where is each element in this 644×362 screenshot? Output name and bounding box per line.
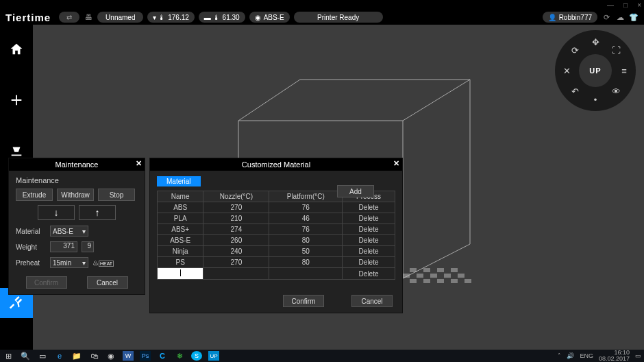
extrude-button[interactable]: Extrude [16,189,53,201]
material-cancel-button[interactable]: Cancel [351,295,393,307]
material-pill[interactable]: ◉ABS-E [249,12,290,23]
weight-unit-input[interactable]: 9 [82,241,94,252]
explorer-icon[interactable]: 📁 [71,351,82,361]
delete-link[interactable]: Delete [343,246,395,257]
svg-rect-11 [423,279,430,283]
tray-up-icon[interactable]: ˄ [558,352,561,359]
chevron-down-icon: ▾ [82,259,86,267]
usb-status[interactable]: ⇄ [59,12,79,23]
material-select[interactable]: ABS-E▾ [50,226,88,237]
print-icon[interactable]: 🖶 [84,12,93,22]
start-icon[interactable]: ⊞ [3,351,14,361]
user-pill[interactable]: 👤Robbin777 [543,12,597,23]
cloud-icon[interactable]: ☁ [615,12,625,22]
table-row[interactable]: ABS+27476Delete [158,224,395,235]
nav-center[interactable]: UP [579,54,612,87]
nav-move-icon[interactable]: ✥ [589,36,602,48]
material-add-area: Add [337,185,374,197]
tree-icon[interactable]: ❄ [174,351,185,361]
heat-icon[interactable]: ♨HEAT [92,259,114,267]
svg-rect-9 [458,274,465,278]
window-minimize[interactable]: — [607,1,614,9]
nav-eye-icon[interactable]: 👁 [610,85,622,97]
svg-rect-1 [410,268,417,272]
chevron-down-icon: ▾ [82,228,86,235]
svg-rect-8 [444,274,451,278]
tray-notif-icon[interactable]: ▭ [635,352,641,359]
add-button[interactable] [0,85,33,115]
window-maximize[interactable]: □ [623,1,628,9]
table-row[interactable]: ABS27076Delete [158,202,395,213]
nav-rotate-icon[interactable]: ⟳ [569,44,581,56]
weight-input[interactable]: 371 [50,241,77,252]
usb-icon: ⇄ [64,12,74,22]
maintenance-dialog-title: Maintenance ✕ [9,158,145,171]
material-confirm-button[interactable]: Confirm [283,295,324,307]
printer-status: Printer Ready [294,12,383,23]
delete-link: Delete [343,224,395,235]
material-tab[interactable]: Material [157,176,201,186]
maintenance-close-icon[interactable]: ✕ [136,159,142,168]
preheat-label: Preheat [16,259,46,267]
taskview-icon[interactable]: ▭ [37,351,48,361]
nav-close-icon[interactable]: ✕ [560,64,573,77]
ps-icon[interactable]: Ps [140,351,151,361]
down-arrow-button[interactable]: ↓ [38,205,75,220]
table-row[interactable]: PS27080Delete [158,257,395,268]
nav-menu-icon[interactable]: ≡ [618,64,630,77]
tray-lang[interactable]: ENG [580,352,593,359]
maintenance-confirm-button[interactable]: Confirm [26,276,67,289]
table-row[interactable]: Ninja24050Delete [158,246,395,257]
tray-sound-icon[interactable]: 🔊 [567,352,574,359]
delete-link: Delete [343,213,395,224]
nav-undo-icon[interactable]: ↶ [569,85,581,97]
sync-icon[interactable]: ⟳ [602,12,611,22]
table-row-edit[interactable]: Delete [158,268,395,280]
nav-dot-icon[interactable]: • [589,93,602,106]
svg-rect-13 [451,279,458,283]
brand-logo: Tiertime [5,12,51,23]
svg-rect-10 [410,279,417,283]
file-name-pill[interactable]: Unnamed [97,12,143,23]
table-row[interactable]: ABS-E26080Delete [158,235,395,246]
material-close-icon[interactable]: ✕ [393,159,399,168]
preheat-select[interactable]: 15min▾ [50,257,88,268]
skype-icon[interactable]: S [191,351,202,361]
windows-taskbar: ⊞ 🔍 ▭ e 📁 🛍 ◉ W Ps C ❄ S UP ˄ 🔊 ENG 16:1… [0,350,644,362]
store-icon[interactable]: 🛍 [88,351,99,361]
delete-link[interactable]: Delete [343,257,395,268]
nav-fit-icon[interactable]: ⛶ [610,44,622,56]
delete-link[interactable]: Delete [343,268,395,280]
word-icon[interactable]: W [123,351,134,361]
col-platform: Platform(°C) [269,191,343,202]
material-dialog-title: Customized Material ✕ [150,158,402,171]
withdraw-button[interactable]: Withdraw [57,189,94,201]
home-button[interactable] [0,34,33,64]
stop-button[interactable]: Stop [98,189,135,201]
svg-rect-2 [423,268,430,272]
search-icon[interactable]: 🔍 [20,351,31,361]
up-arrow-button[interactable]: ↑ [79,205,116,220]
cura-icon[interactable]: C [157,351,168,361]
svg-rect-3 [437,268,444,272]
add-material-button[interactable]: Add [337,185,374,197]
app-topbar: Tiertime ⇄ 🖶 Unnamed ▾ 🌡176.12 ▬ 🌡61.30 … [0,10,644,25]
col-nozzle: Nozzle(°C) [203,191,269,202]
spool-icon: ◉ [255,14,261,21]
svg-rect-7 [430,274,437,278]
table-row[interactable]: PLA21046Delete [158,213,395,224]
material-table: Name Nozzle(°C) Platform(°C) Process ABS… [157,191,395,280]
chrome-icon[interactable]: ◉ [106,351,116,361]
delete-link[interactable]: Delete [343,235,395,246]
shirt-icon[interactable]: 👕 [629,12,639,22]
platform-icon: ▬ 🌡 [204,14,220,21]
window-close[interactable]: × [637,1,641,9]
system-tray: ˄ 🔊 ENG 16:10 08.02.2017 ▭ [558,350,641,362]
nozzle-icon: ▾ 🌡 [153,14,165,21]
weight-label: Weight [16,243,46,251]
nozzle-temp-pill: ▾ 🌡176.12 [147,12,194,23]
maintenance-cancel-button[interactable]: Cancel [87,276,128,289]
up-app-icon[interactable]: UP [208,351,219,361]
edge-icon[interactable]: e [54,351,65,361]
build-plate [396,261,478,289]
